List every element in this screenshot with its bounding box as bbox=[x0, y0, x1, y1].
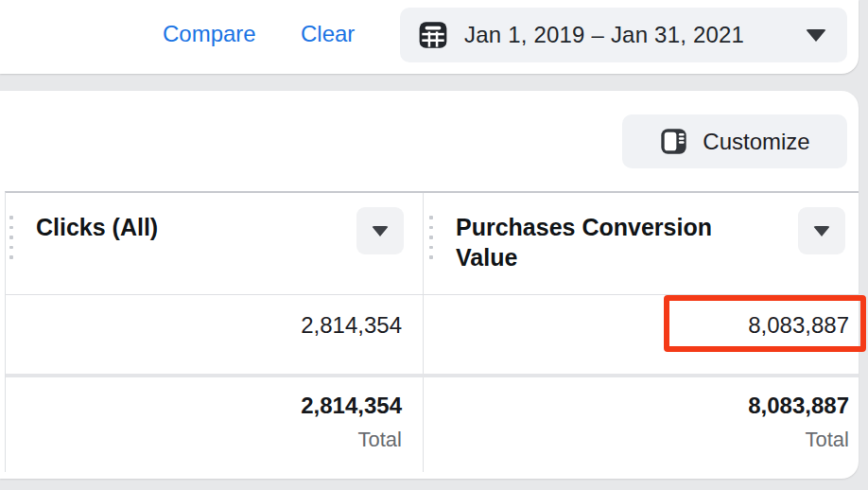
total-cell-purchases-conversion-value: 8,083,887 Total bbox=[424, 377, 859, 472]
compare-link[interactable]: Compare bbox=[163, 20, 256, 48]
column-menu-button[interactable] bbox=[798, 207, 845, 254]
chevron-down-icon bbox=[372, 226, 389, 236]
purchases-conversion-total: 8,083,887 Total bbox=[748, 393, 849, 453]
total-cell-clicks: 2,814,354 Total bbox=[6, 377, 424, 472]
chevron-down-icon bbox=[813, 226, 830, 236]
drag-dots-icon[interactable] bbox=[9, 216, 15, 272]
screen: Compare Clear Jan 1, 2019 – Jan 31, 2021 bbox=[0, 0, 868, 490]
column-header-purchases-conversion-value: Purchases Conversion Value bbox=[424, 193, 859, 294]
clicks-value: 2,814,354 bbox=[301, 312, 402, 339]
customize-columns-icon bbox=[659, 127, 688, 156]
clicks-total: 2,814,354 Total bbox=[301, 393, 402, 453]
column-header-label: Purchases Conversion Value bbox=[456, 212, 758, 272]
toolbar: Compare Clear Jan 1, 2019 – Jan 31, 2021 bbox=[0, 0, 859, 74]
purchases-conversion-value: 8,083,887 bbox=[748, 312, 849, 339]
total-label: Total bbox=[748, 427, 849, 453]
table-totals-row: 2,814,354 Total 8,083,887 Total bbox=[6, 377, 859, 472]
clear-link[interactable]: Clear bbox=[301, 20, 355, 48]
purchases-conversion-total-value: 8,083,887 bbox=[748, 393, 849, 418]
customize-button-label: Customize bbox=[703, 129, 809, 155]
report-panel: Customize Clicks (All) Purchases Convers… bbox=[0, 91, 859, 479]
cell-purchases-conversion-value: 8,083,887 bbox=[424, 295, 859, 374]
clicks-total-value: 2,814,354 bbox=[301, 393, 402, 418]
column-header-clicks: Clicks (All) bbox=[6, 193, 424, 294]
column-menu-button[interactable] bbox=[356, 207, 404, 254]
date-range-button[interactable]: Jan 1, 2019 – Jan 31, 2021 bbox=[400, 8, 847, 62]
table-header-row: Clicks (All) Purchases Conversion Value bbox=[6, 193, 859, 295]
metrics-table: Clicks (All) Purchases Conversion Value … bbox=[5, 191, 859, 472]
date-range-value: Jan 1, 2019 – Jan 31, 2021 bbox=[464, 22, 744, 48]
cell-clicks: 2,814,354 bbox=[6, 295, 424, 374]
column-header-label: Clicks (All) bbox=[36, 212, 158, 242]
customize-button[interactable]: Customize bbox=[622, 114, 847, 168]
drag-dots-icon[interactable] bbox=[429, 216, 435, 272]
calendar-icon bbox=[416, 18, 450, 52]
chevron-down-icon bbox=[806, 29, 826, 42]
table-row: 2,814,354 8,083,887 bbox=[6, 295, 859, 377]
total-label: Total bbox=[301, 427, 402, 453]
